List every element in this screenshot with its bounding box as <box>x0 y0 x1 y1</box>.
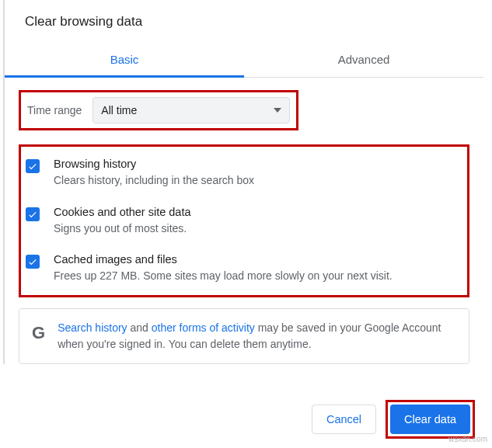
option-text: Cached images and files Frees up 227 MB.… <box>54 253 459 284</box>
option-title: Browsing history <box>54 158 459 170</box>
option-desc: Frees up 227 MB. Some sites may load mor… <box>54 269 459 284</box>
check-icon <box>27 256 38 267</box>
tabs: Basic Advanced <box>5 42 483 78</box>
time-range-value: All time <box>101 104 137 116</box>
option-desc: Signs you out of most sites. <box>54 221 459 237</box>
options-highlight: Browsing history Clears history, includi… <box>19 144 469 297</box>
option-text: Browsing history Clears history, includi… <box>54 158 459 189</box>
option-text: Cookies and other site data Signs you ou… <box>54 206 459 237</box>
time-range-highlight: Time range All time <box>19 90 298 130</box>
clear-browsing-data-dialog: Clear browsing data Basic Advanced Time … <box>3 0 483 364</box>
checkbox-browsing-history[interactable] <box>26 159 40 173</box>
other-activity-link[interactable]: other forms of activity <box>152 321 255 334</box>
option-cached: Cached images and files Frees up 227 MB.… <box>26 253 459 284</box>
clear-data-button[interactable]: Clear data <box>390 405 470 434</box>
time-range-select[interactable]: All time <box>92 97 290 123</box>
dialog-title: Clear browsing data <box>5 0 483 42</box>
dialog-content: Time range All time Browsing history Cle… <box>5 78 483 297</box>
checkbox-cookies[interactable] <box>26 207 40 221</box>
dialog-footer: Cancel Clear data <box>312 400 475 439</box>
info-text: Search history and other forms of activi… <box>58 320 456 352</box>
dropdown-caret-icon <box>274 108 281 113</box>
check-icon <box>27 161 38 172</box>
time-range-label: Time range <box>27 104 82 116</box>
watermark: wsxdn.com <box>448 435 487 443</box>
cancel-button[interactable]: Cancel <box>312 405 376 434</box>
check-icon <box>27 209 38 220</box>
option-title: Cookies and other site data <box>54 206 459 218</box>
tab-basic[interactable]: Basic <box>5 42 244 77</box>
option-title: Cached images and files <box>54 253 459 266</box>
google-logo-icon: G <box>32 323 45 343</box>
option-browsing-history: Browsing history Clears history, includi… <box>26 158 459 189</box>
tab-advanced[interactable]: Advanced <box>244 42 483 77</box>
option-cookies: Cookies and other site data Signs you ou… <box>26 206 459 237</box>
option-desc: Clears history, including in the search … <box>54 173 459 189</box>
search-history-link[interactable]: Search history <box>58 321 127 334</box>
clear-data-highlight: Clear data <box>386 400 475 439</box>
google-account-info: G Search history and other forms of acti… <box>19 308 469 364</box>
checkbox-cached[interactable] <box>26 255 40 269</box>
